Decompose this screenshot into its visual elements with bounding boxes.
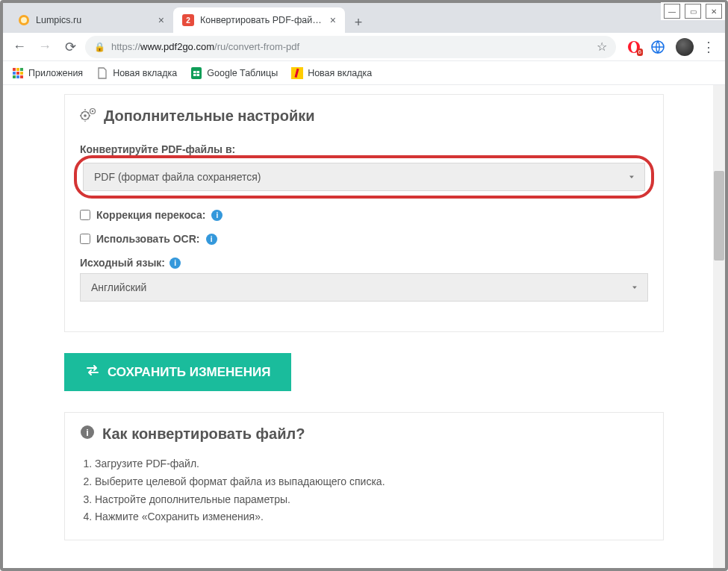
deskew-checkbox[interactable]: [80, 210, 90, 220]
svg-point-5: [631, 42, 637, 52]
sheets-icon: [190, 67, 202, 79]
apps-icon: [12, 67, 24, 79]
svg-rect-7: [13, 68, 16, 71]
svg-point-21: [84, 114, 87, 117]
browser-tab-lumpics[interactable]: Lumpics.ru ×: [9, 7, 173, 33]
tab-title: Lumpics.ru: [36, 15, 152, 25]
bookmark-label: Google Таблицы: [207, 68, 278, 78]
tab-title: Конвертировать PDF-файл — К: [200, 15, 324, 25]
lock-icon: 🔒: [94, 42, 105, 52]
svg-rect-9: [20, 68, 23, 71]
opera-extension-icon[interactable]: 6: [626, 40, 641, 54]
bookmark-star-icon[interactable]: ☆: [597, 40, 607, 54]
how-step: Нажмите «Сохранить изменения».: [95, 508, 648, 526]
format-select[interactable]: PDF (формат файла сохраняется): [83, 163, 645, 191]
how-to-heading: i Как конвертировать файл?: [65, 413, 663, 455]
minimize-button[interactable]: —: [664, 4, 680, 19]
pdf2go-favicon-icon: 2: [182, 14, 194, 26]
source-lang-label: Исходный язык: i: [80, 257, 648, 269]
svg-rect-14: [16, 75, 19, 78]
scrollbar-track[interactable]: [713, 85, 725, 568]
how-step: Выберите целевой формат файла из выпадаю…: [95, 473, 648, 491]
browser-tab-pdf2go[interactable]: 2 Конвертировать PDF-файл — К ×: [173, 7, 345, 33]
save-button-label: СОХРАНИТЬ ИЗМЕНЕНИЯ: [108, 365, 270, 380]
svg-rect-13: [13, 75, 16, 78]
ocr-label: Использовать OCR:: [96, 233, 200, 245]
language-select[interactable]: Английский: [80, 273, 648, 302]
browser-toolbar: ← → ⟳ 🔒 https://www.pdf2go.com/ru/conver…: [3, 33, 725, 61]
yandex-icon: [291, 67, 303, 79]
browser-menu-button[interactable]: ⋮: [698, 39, 719, 55]
how-to-steps: Загрузите PDF-файл. Выберите целевой фор…: [65, 455, 663, 540]
address-bar[interactable]: 🔒 https://www.pdf2go.com/ru/convert-from…: [85, 36, 616, 58]
deskew-label: Коррекция перекоса:: [96, 209, 205, 221]
bookmark-label: Новая вкладка: [308, 68, 372, 78]
page-icon: [96, 67, 108, 79]
bookmark-apps[interactable]: Приложения: [12, 67, 83, 79]
close-tab-icon[interactable]: ×: [158, 14, 164, 26]
new-tab-button[interactable]: +: [348, 12, 369, 33]
deskew-row: Коррекция перекоса: i: [80, 209, 648, 221]
window-controls: — ▭ ✕: [661, 2, 725, 20]
bookmark-label: Приложения: [28, 68, 83, 78]
scrollbar-thumb[interactable]: [714, 171, 724, 260]
globe-extension-icon[interactable]: [650, 40, 665, 54]
swap-arrows-icon: [85, 364, 100, 380]
bookmarks-bar: Приложения Новая вкладка Google Таблицы …: [3, 61, 725, 85]
extensions-area: 6: [620, 40, 671, 54]
bookmark-label: Новая вкладка: [113, 68, 177, 78]
language-select-value: Английский: [91, 281, 146, 293]
ocr-row: Использовать OCR: i: [80, 233, 648, 245]
bookmark-new-tab-1[interactable]: Новая вкладка: [96, 67, 177, 79]
close-tab-icon[interactable]: ×: [330, 14, 336, 26]
back-button[interactable]: ←: [9, 37, 30, 57]
how-to-panel: i Как конвертировать файл? Загрузите PDF…: [64, 412, 664, 540]
profile-avatar[interactable]: [676, 38, 694, 56]
info-circle-icon: i: [80, 425, 95, 443]
settings-heading: Дополнительные настройки: [65, 95, 663, 137]
ocr-checkbox[interactable]: [80, 234, 90, 244]
svg-point-1: [21, 17, 27, 23]
additional-settings-panel: Дополнительные настройки Конвертируйте P…: [64, 94, 664, 332]
bookmark-google-sheets[interactable]: Google Таблицы: [190, 67, 278, 79]
svg-text:i: i: [86, 427, 89, 438]
info-icon[interactable]: i: [169, 258, 181, 269]
format-select-value: PDF (формат файла сохраняется): [94, 171, 261, 183]
info-icon[interactable]: i: [206, 234, 217, 245]
svg-rect-11: [16, 72, 19, 75]
language-select-wrap: Английский: [80, 273, 648, 302]
forward-button[interactable]: →: [34, 37, 55, 57]
page-viewport: Дополнительные настройки Конвертируйте P…: [3, 85, 725, 568]
reload-button[interactable]: ⟳: [60, 37, 81, 57]
save-changes-button[interactable]: СОХРАНИТЬ ИЗМЕНЕНИЯ: [64, 353, 291, 391]
tab-strip: Lumpics.ru × 2 Конвертировать PDF-файл —…: [3, 3, 725, 33]
format-select-highlight: PDF (формат файла сохраняется): [74, 155, 654, 199]
how-step: Настройте дополнительные параметры.: [95, 491, 648, 509]
url-text: https://www.pdf2go.com/ru/convert-from-p…: [111, 41, 591, 52]
close-window-button[interactable]: ✕: [706, 4, 722, 19]
info-icon[interactable]: i: [211, 210, 223, 221]
maximize-button[interactable]: ▭: [685, 4, 701, 19]
svg-point-31: [92, 110, 93, 112]
svg-rect-15: [20, 75, 23, 78]
lumpics-favicon-icon: [18, 14, 30, 26]
svg-rect-10: [13, 72, 16, 75]
convert-to-label: Конвертируйте PDF-файлы в:: [80, 143, 648, 155]
svg-rect-12: [20, 72, 23, 75]
extension-badge: 6: [637, 49, 643, 56]
svg-text:2: 2: [186, 16, 190, 25]
gears-icon: [80, 107, 96, 125]
bookmark-new-tab-2[interactable]: Новая вкладка: [291, 67, 372, 79]
svg-rect-8: [16, 68, 19, 71]
how-step: Загрузите PDF-файл.: [95, 455, 648, 473]
